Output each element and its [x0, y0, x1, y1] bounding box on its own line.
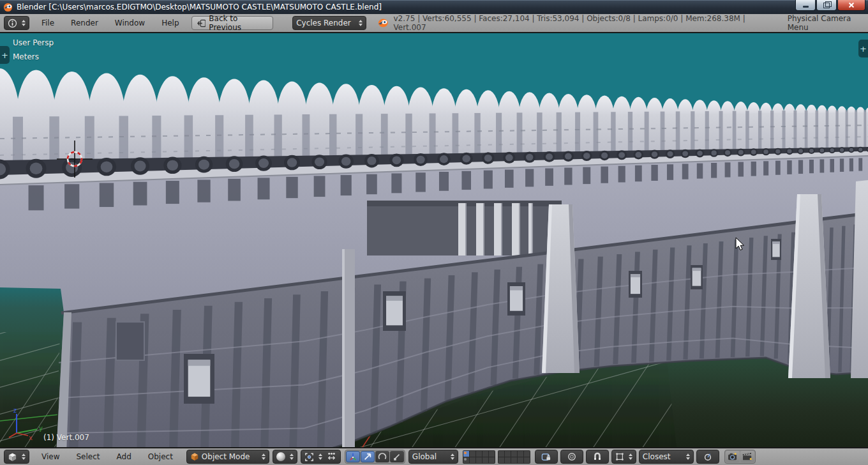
layer-button[interactable] — [498, 457, 504, 463]
mode-select[interactable]: Object Mode — [186, 450, 269, 464]
render-engine-value: Cycles Render — [296, 19, 351, 27]
tool-shelf-expand-tab[interactable]: + — [0, 46, 10, 64]
menu-add[interactable]: Add — [108, 452, 140, 461]
scale-manipulator-toggle[interactable] — [390, 451, 404, 462]
translate-arrow-icon — [363, 452, 372, 461]
pivot-spinner — [318, 454, 322, 460]
orientation-value: Global — [412, 452, 437, 461]
orientation-select[interactable]: Global — [408, 450, 458, 464]
scene-stats: v2.75 | Verts:60,555 | Faces:27,104 | Tr… — [394, 14, 752, 32]
layer-button[interactable] — [524, 451, 530, 457]
layer-button[interactable] — [511, 451, 517, 457]
info-editor-icon — [8, 19, 17, 28]
properties-shelf-expand-tab[interactable]: + — [858, 40, 868, 57]
menu-select[interactable]: Select — [68, 452, 108, 461]
layer-button[interactable] — [489, 457, 495, 463]
restore-icon — [823, 3, 830, 8]
proportional-edit-button[interactable] — [560, 450, 583, 464]
menu-object[interactable]: Object — [140, 452, 181, 461]
snap-align-rotation-button[interactable] — [696, 450, 719, 464]
layer-button[interactable] — [511, 457, 517, 463]
scene-lock-button[interactable] — [535, 450, 558, 464]
render-engine-select[interactable]: Cycles Render — [292, 16, 366, 30]
engine-spinner — [359, 20, 363, 26]
viewport-scene: zyx — [0, 33, 868, 447]
editor-spinner — [22, 454, 26, 460]
layer-group-2[interactable] — [498, 450, 530, 464]
unit-system-label: Meters — [13, 52, 39, 61]
layer-button[interactable] — [483, 457, 488, 463]
back-arrow-icon — [197, 19, 206, 27]
layer-button[interactable] — [524, 457, 530, 463]
lock-icon — [541, 452, 551, 462]
layers-widget — [463, 450, 530, 464]
layer-button[interactable] — [470, 457, 475, 463]
menu-file[interactable]: File — [33, 19, 63, 27]
manipulator-group — [345, 450, 405, 464]
info-header: File Render Window Help Back to Previous… — [0, 14, 868, 33]
manipulate-center-points-icon[interactable] — [326, 452, 337, 462]
snap-normal-icon — [703, 452, 712, 461]
pivot-point-icon[interactable] — [304, 452, 314, 462]
rotate-arc-icon — [378, 452, 387, 461]
editor-spinner — [22, 20, 26, 26]
snap-target-value: Closest — [643, 452, 671, 461]
menu-render[interactable]: Render — [63, 19, 107, 27]
editor-type-selector-3dview[interactable] — [4, 450, 29, 464]
menu-view[interactable]: View — [33, 452, 68, 461]
snap-toggle-button[interactable] — [586, 450, 609, 464]
layer-button[interactable] — [470, 451, 475, 457]
view3d-header: View Select Add Object Object Mode — [0, 447, 868, 465]
layer-group-1[interactable] — [463, 450, 495, 464]
snap-element-cube-icon — [615, 452, 624, 461]
snap-target-select[interactable]: Closest — [639, 450, 694, 464]
physical-camera-menu-label[interactable]: Physical Camera Menu — [788, 14, 868, 32]
blender-window: Blender [C:\Users\marcos.EDIGTMO\Desktop… — [0, 0, 868, 465]
viewport-shading-select[interactable] — [273, 450, 297, 464]
minimize-button[interactable] — [795, 0, 816, 11]
layer-button[interactable] — [483, 451, 488, 457]
object-mode-icon — [190, 452, 199, 461]
snap-element-select[interactable] — [611, 450, 636, 464]
layer-button[interactable] — [518, 457, 523, 463]
clapperboard-icon — [742, 452, 752, 461]
view-name-label: User Persp — [13, 38, 54, 47]
editor-type-selector-info[interactable] — [4, 16, 29, 30]
back-to-previous-button[interactable]: Back to Previous — [191, 16, 274, 30]
layer-button[interactable] — [489, 451, 495, 457]
3d-viewport[interactable]: zyx User Persp Meters (1) Vert.007 + + — [0, 33, 868, 447]
snap-element-spinner — [629, 454, 632, 460]
layer-button[interactable] — [476, 451, 482, 457]
3d-view-editor-icon — [8, 452, 17, 462]
menu-window[interactable]: Window — [107, 19, 153, 27]
shading-sphere-icon — [276, 452, 285, 461]
layer-button[interactable] — [505, 457, 511, 463]
layer-button[interactable] — [463, 457, 469, 463]
rotate-manipulator-toggle[interactable] — [375, 451, 389, 462]
svg-text:x: x — [29, 434, 33, 441]
layer-button[interactable] — [476, 457, 482, 463]
menu-help[interactable]: Help — [153, 19, 187, 27]
opengl-render-still-button[interactable] — [726, 451, 740, 462]
blender-logo-icon — [378, 18, 389, 28]
svg-text:y: y — [39, 425, 43, 432]
mode-value: Object Mode — [202, 452, 257, 461]
manipulator-toggle[interactable] — [346, 451, 360, 462]
titlebar[interactable]: Blender [C:\Users\marcos.EDIGTMO\Desktop… — [0, 0, 868, 14]
svg-text:z: z — [13, 407, 17, 414]
axis-tripod-icon — [348, 452, 357, 461]
translate-manipulator-toggle[interactable] — [361, 451, 375, 462]
active-object-label: (1) Vert.007 — [43, 433, 89, 442]
layer-button[interactable] — [518, 451, 523, 457]
close-button[interactable] — [837, 0, 865, 11]
layer-button[interactable] — [463, 451, 469, 457]
restore-button[interactable] — [816, 0, 837, 11]
shading-spinner — [290, 454, 294, 460]
camera-icon — [728, 452, 738, 461]
layer-button[interactable] — [498, 451, 504, 457]
opengl-render-group — [724, 450, 756, 464]
minimize-icon — [803, 6, 809, 8]
window-title: Blender [C:\Users\marcos.EDIGTMO\Desktop… — [17, 3, 382, 11]
opengl-render-anim-button[interactable] — [740, 451, 754, 462]
layer-button[interactable] — [505, 451, 511, 457]
